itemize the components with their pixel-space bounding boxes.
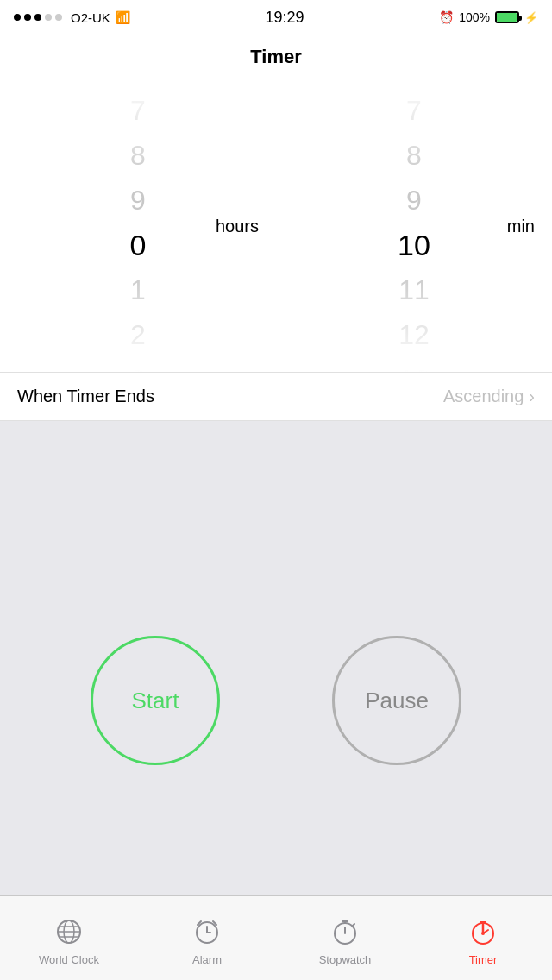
alarm-tab-icon xyxy=(193,918,221,950)
picker-item-min-8: 8 xyxy=(398,133,430,178)
signal-dot-1 xyxy=(14,14,21,21)
charge-icon: ⚡ xyxy=(524,11,538,24)
tab-bar: World Clock Alarm xyxy=(0,895,552,980)
wifi-icon: 📶 xyxy=(116,10,130,24)
picker-item-min-10: 10 xyxy=(398,223,430,267)
mins-picker-column[interactable]: 7 8 9 10 11 12 13 min xyxy=(276,79,552,372)
tab-stopwatch-label: Stopwatch xyxy=(319,953,372,966)
picker-item-hour-3: 3 xyxy=(130,357,147,373)
tab-world-clock-label: World Clock xyxy=(39,953,99,966)
picker-item-hour-0: 0 xyxy=(130,223,147,267)
picker-item-min-12: 12 xyxy=(398,312,430,357)
battery-icon xyxy=(495,11,519,23)
hours-picker-column[interactable]: 7 8 9 0 1 2 3 hours xyxy=(0,79,276,372)
page-title: Timer xyxy=(250,46,302,68)
signal-dot-4 xyxy=(45,14,52,21)
start-button[interactable]: Start xyxy=(91,636,220,765)
world-clock-icon xyxy=(55,918,83,950)
tab-world-clock[interactable]: World Clock xyxy=(0,911,138,966)
hours-label: hours xyxy=(216,216,259,236)
timer-ends-label: When Timer Ends xyxy=(17,386,154,406)
timer-ends-value[interactable]: Ascending › xyxy=(443,386,535,406)
battery-percent: 100% xyxy=(459,10,490,24)
status-bar: O2-UK 📶 19:29 ⏰ 100% ⚡ xyxy=(0,0,552,35)
picker-item-min-11: 11 xyxy=(398,267,430,312)
carrier-label: O2-UK xyxy=(71,10,110,25)
status-time: 19:29 xyxy=(265,9,304,27)
signal-dot-3 xyxy=(34,14,41,21)
picker-item-min-13: 13 xyxy=(398,357,430,373)
picker-item-hour-8: 8 xyxy=(130,133,147,178)
svg-point-16 xyxy=(481,932,485,935)
status-right: ⏰ 100% ⚡ xyxy=(439,10,538,24)
picker-item-min-9: 9 xyxy=(398,178,430,223)
mins-label: min xyxy=(507,216,535,236)
middle-section: 7 8 9 0 1 2 3 hours 7 xyxy=(0,79,552,980)
signal-dots xyxy=(14,14,62,21)
tab-alarm-label: Alarm xyxy=(192,953,222,966)
signal-dot-5 xyxy=(55,14,62,21)
tab-timer[interactable]: Timer xyxy=(414,911,552,966)
picker-item-min-7: 7 xyxy=(398,88,430,133)
tab-stopwatch[interactable]: Stopwatch xyxy=(276,911,414,966)
picker-area[interactable]: 7 8 9 0 1 2 3 hours 7 xyxy=(0,79,552,373)
timer-ends-row[interactable]: When Timer Ends Ascending › xyxy=(0,373,552,421)
picker-item-hour-9: 9 xyxy=(130,178,147,223)
picker-item-hour-1: 1 xyxy=(130,267,147,312)
hours-items: 7 8 9 0 1 2 3 xyxy=(130,79,147,373)
picker-item-hour-7: 7 xyxy=(130,88,147,133)
chevron-right-icon: › xyxy=(529,386,535,406)
timer-ends-value-text: Ascending xyxy=(443,386,524,406)
timer-tab-icon xyxy=(469,918,497,950)
status-left: O2-UK 📶 xyxy=(14,10,130,25)
main-content: Timer 7 8 9 0 1 2 3 xyxy=(0,35,552,980)
stopwatch-tab-icon xyxy=(331,918,359,950)
signal-dot-2 xyxy=(24,14,31,21)
picker-item-hour-2: 2 xyxy=(130,312,147,357)
mins-items: 7 8 9 10 11 12 13 xyxy=(398,79,430,373)
tab-alarm[interactable]: Alarm xyxy=(138,911,276,966)
pause-button[interactable]: Pause xyxy=(332,636,461,765)
alarm-icon: ⏰ xyxy=(439,10,454,24)
tab-timer-label: Timer xyxy=(469,953,498,966)
nav-bar: Timer xyxy=(0,35,552,79)
svg-line-14 xyxy=(353,924,354,926)
picker-container: 7 8 9 0 1 2 3 hours 7 xyxy=(0,79,552,372)
